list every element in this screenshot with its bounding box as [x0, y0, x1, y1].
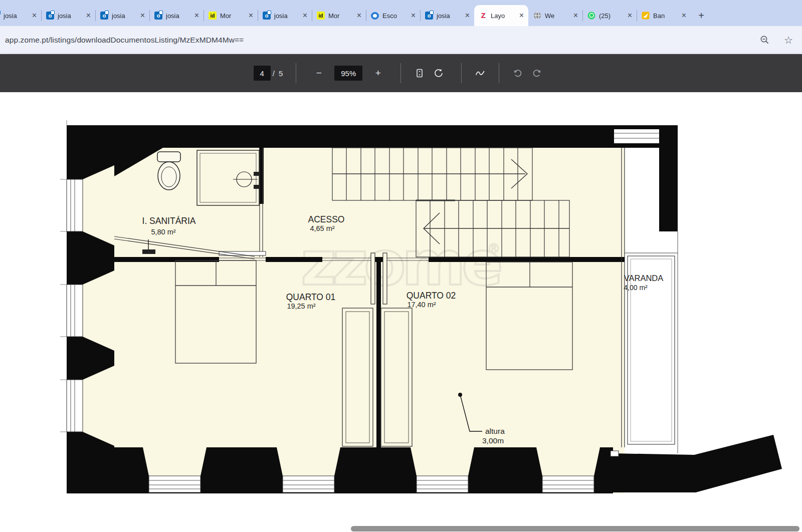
outlook-icon: o [263, 12, 271, 20]
browser-tab[interactable]: Esco × [366, 5, 420, 26]
room-name: I. SANITÁRIA [142, 216, 196, 226]
top-wall-window [614, 129, 659, 143]
toilet [157, 152, 180, 190]
browser-tab[interactable]: id Mor × [204, 5, 258, 26]
room-name: ACESSO [308, 214, 345, 224]
tab-close-icon[interactable]: × [302, 12, 308, 20]
browser-tab[interactable]: o josia × [258, 5, 312, 26]
zome-logo-icon: ZZ [479, 12, 487, 20]
fit-to-page-button[interactable] [412, 66, 427, 81]
room-name: QUARTO 02 [407, 291, 456, 301]
browser-window: o josia × o josia × o josia × o josia × … [0, 0, 802, 532]
tab-close-icon[interactable]: × [356, 12, 362, 20]
outlook-icon: o [154, 12, 162, 20]
tab-close-icon[interactable]: × [140, 12, 145, 20]
pdf-toolbar: 4 / 5 − 95% + [0, 54, 802, 92]
browser-tab[interactable]: o josia × [95, 5, 149, 26]
dimension-ticks [60, 120, 67, 432]
tab-title: (25) [599, 12, 626, 20]
url-text[interactable]: app.zome.pt/listings/downloadDocumentosL… [5, 36, 760, 45]
tab-close-icon[interactable]: × [465, 12, 470, 20]
bookmark-star-icon[interactable]: ☆ [784, 35, 793, 45]
page-number-input[interactable]: 4 [254, 66, 271, 81]
browser-address-bar[interactable]: app.zome.pt/listings/downloadDocumentosL… [0, 26, 802, 54]
room-name: VARANDA [624, 274, 664, 283]
center-wall [376, 257, 381, 447]
door-leaf [371, 253, 375, 304]
pdf-page: zzome ® [0, 92, 802, 532]
id-badge-icon: id [317, 12, 325, 20]
outlook-icon: o [425, 12, 433, 20]
browser-tab-strip: o josia × o josia × o josia × o josia × … [0, 0, 802, 26]
school-ring-icon [371, 12, 379, 20]
tab-close-icon[interactable]: × [681, 12, 687, 20]
bank-icon [642, 12, 650, 20]
tab-title: josia [166, 12, 193, 20]
browser-tab[interactable]: o josia × [0, 5, 41, 26]
page-separator: / [273, 69, 275, 78]
new-tab-button[interactable]: + [694, 8, 709, 23]
left-windows [67, 165, 114, 446]
browser-tab[interactable]: (25) × [582, 5, 637, 26]
tab-title: Layo [491, 12, 518, 20]
door-leaf [383, 253, 387, 304]
browser-tab-active[interactable]: ZZ Layo × [474, 5, 528, 26]
undo-button[interactable] [510, 66, 525, 81]
browser-tab[interactable]: o josia × [41, 5, 95, 26]
room-name: QUARTO 01 [286, 292, 336, 302]
zoom-out-button[interactable]: − [311, 66, 326, 81]
globe-icon [533, 12, 541, 20]
zome-watermark: zzome ® [301, 228, 500, 299]
browser-tab[interactable]: id Mor × [312, 5, 366, 26]
page-total: 5 [279, 69, 283, 78]
tab-close-icon[interactable]: × [32, 12, 37, 20]
room-area: 19,25 m² [287, 302, 315, 310]
tab-title: Esco [382, 12, 410, 20]
toolbar-divider [499, 63, 499, 83]
horizontal-scrollbar[interactable] [0, 525, 802, 532]
tab-title: josia [112, 12, 139, 20]
height-label: altura [485, 427, 505, 435]
browser-tab[interactable]: We × [528, 5, 582, 26]
tab-close-icon[interactable]: × [194, 12, 199, 20]
browser-tab[interactable]: Ban × [637, 5, 691, 26]
room-area: 17,40 m² [407, 301, 436, 309]
whatsapp-icon [587, 12, 595, 20]
tab-title: josia [437, 12, 464, 20]
toolbar-divider [461, 63, 462, 83]
id-badge-icon: id [209, 12, 217, 20]
tab-close-icon[interactable]: × [573, 12, 578, 20]
svg-text:®: ® [487, 241, 500, 256]
tab-close-icon[interactable]: × [627, 12, 633, 20]
tab-close-icon[interactable]: × [411, 12, 416, 20]
draw-annotation-button[interactable] [473, 66, 488, 81]
room-area: 4,65 m² [310, 224, 334, 232]
tab-title: Mor [328, 12, 355, 20]
browser-tab[interactable]: o josia × [149, 5, 204, 26]
tab-title: josia [4, 12, 31, 20]
tab-title: josia [274, 12, 301, 20]
tab-title: We [545, 12, 572, 20]
tab-title: josia [58, 12, 85, 20]
tab-close-icon[interactable]: × [248, 12, 254, 20]
height-value: 3,00m [482, 436, 504, 445]
redo-button[interactable] [529, 66, 544, 81]
addressbar-actions: ☆ [760, 35, 793, 45]
browser-tab[interactable]: o josia × [420, 5, 474, 26]
zoom-level-input[interactable]: 95% [334, 66, 362, 81]
tab-title: Mor [220, 12, 247, 20]
zoom-in-button[interactable]: + [370, 66, 385, 81]
toolbar-divider [400, 63, 401, 83]
zoom-out-page-icon[interactable] [760, 35, 770, 45]
svg-text:zzome: zzome [301, 228, 500, 299]
rotate-button[interactable] [431, 66, 446, 81]
toolbar-divider [296, 63, 296, 83]
scrollbar-thumb[interactable] [351, 526, 799, 531]
room-area: 4,00 m² [624, 284, 648, 292]
tab-close-icon[interactable]: × [519, 12, 524, 20]
outlook-icon: o [100, 12, 108, 20]
tab-title: Ban [653, 12, 680, 20]
room-area: 5,80 m² [151, 228, 175, 236]
tab-close-icon[interactable]: × [86, 12, 91, 20]
outlook-icon: o [46, 12, 54, 20]
